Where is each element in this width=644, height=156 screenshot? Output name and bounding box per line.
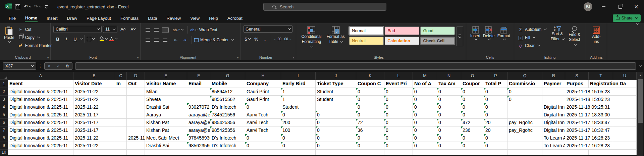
- tab-help[interactable]: Help: [204, 13, 223, 23]
- cell-S9[interactable]: 2025-11-17 16:28:23: [565, 142, 589, 150]
- excel-logo-icon[interactable]: X: [5, 3, 12, 11]
- align-center-button[interactable]: [152, 36, 161, 44]
- cell-E6[interactable]: Kishan Pat: [145, 119, 187, 126]
- cell-F4[interactable]: 93027072: [187, 103, 210, 111]
- cell-T10[interactable]: [589, 150, 613, 155]
- comma-style-button[interactable]: ,: [261, 35, 269, 43]
- cell-K8[interactable]: 0: [356, 134, 384, 142]
- clipboard-dialog-launcher-icon[interactable]: ↘: [46, 56, 49, 59]
- cell-M7[interactable]: 0: [413, 126, 437, 134]
- name-box[interactable]: X37: [3, 62, 36, 70]
- cell-E1[interactable]: Visitor Name: [145, 80, 187, 88]
- column-header-N[interactable]: N: [437, 72, 461, 80]
- fill-color-button[interactable]: [99, 35, 108, 43]
- cell-D5[interactable]: [127, 111, 145, 119]
- cell-S1[interactable]: Purpos: [565, 80, 589, 88]
- cell-Q6[interactable]: pay_Rgohc: [507, 119, 542, 126]
- cell-D4[interactable]: [127, 103, 145, 111]
- search-input[interactable]: Search: [263, 3, 386, 11]
- column-header-H[interactable]: H: [245, 72, 281, 80]
- cell-B10[interactable]: [73, 150, 115, 155]
- tab-page-layout[interactable]: Page Layout: [82, 13, 116, 23]
- middle-align-button[interactable]: [152, 26, 161, 34]
- cell-G5[interactable]: 784521556: [210, 111, 245, 119]
- cell-T1[interactable]: Registration Da: [589, 80, 613, 88]
- column-header-K[interactable]: K: [356, 72, 384, 80]
- collapse-ribbon-button[interactable]: [636, 22, 639, 25]
- cell-D6[interactable]: [127, 119, 145, 126]
- cell-O5[interactable]: 0: [461, 111, 484, 119]
- cell-E3[interactable]: Shveta: [145, 96, 187, 103]
- cell-K2[interactable]: 0: [356, 88, 384, 96]
- cell-P4[interactable]: 0: [484, 103, 507, 111]
- cell-D1[interactable]: Out: [127, 80, 145, 88]
- cell-L2[interactable]: 0: [384, 88, 413, 96]
- addins-button[interactable]: Add-ins: [589, 25, 604, 45]
- font-color-button[interactable]: A: [108, 35, 118, 43]
- cell-N3[interactable]: 0: [437, 96, 461, 103]
- increase-indent-button[interactable]: ⇥: [180, 36, 189, 44]
- cell-U7[interactable]: [613, 126, 637, 134]
- font-size-select[interactable]: 11: [103, 26, 117, 33]
- cell-J3[interactable]: Student: [316, 96, 356, 103]
- cell-M5[interactable]: 0: [413, 111, 437, 119]
- cell-J4[interactable]: [316, 103, 356, 111]
- decrease-font-button[interactable]: A: [129, 25, 138, 33]
- column-header-J[interactable]: J: [316, 72, 356, 80]
- row-header-6[interactable]: 6: [0, 119, 8, 126]
- cell-B4[interactable]: 2025-11-22: [73, 103, 115, 111]
- cell-F10[interactable]: [187, 150, 210, 155]
- cell-M1[interactable]: No of A: [413, 80, 437, 88]
- cell-F8[interactable]: 978458936: [187, 134, 210, 142]
- cell-N9[interactable]: 0: [437, 142, 461, 150]
- cell-G1[interactable]: Mobile: [210, 80, 245, 88]
- cell-E4[interactable]: Drashti Sai: [145, 103, 187, 111]
- sort-filter-button[interactable]: AZ Sort & Filter: [549, 25, 566, 55]
- insert-cells-button[interactable]: Insert: [469, 25, 482, 55]
- cell-K3[interactable]: 0: [356, 96, 384, 103]
- cell-C5[interactable]: [115, 111, 127, 119]
- cell-O7[interactable]: 236: [461, 126, 484, 134]
- cell-G3[interactable]: 985615562: [210, 96, 245, 103]
- column-header-P[interactable]: P: [484, 72, 507, 80]
- cell-L8[interactable]: 0: [384, 134, 413, 142]
- align-right-button[interactable]: [161, 36, 169, 44]
- cell-E7[interactable]: Kishan Pat: [145, 126, 187, 134]
- cell-D2[interactable]: [127, 88, 145, 96]
- row-header-1[interactable]: 1: [0, 80, 8, 88]
- row-header-3[interactable]: 3: [0, 96, 8, 103]
- cell-J8[interactable]: 0: [316, 134, 356, 142]
- accounting-format-button[interactable]: $: [243, 35, 252, 43]
- cell-P5[interactable]: 0: [484, 111, 507, 119]
- cell-Q8[interactable]: [507, 134, 542, 142]
- format-as-table-button[interactable]: Format as Table: [324, 25, 347, 45]
- column-header-O[interactable]: O: [461, 72, 484, 80]
- cell-L1[interactable]: Event Pri: [384, 80, 413, 88]
- cell-B9[interactable]: 2025-11-22: [73, 142, 115, 150]
- cell-R8[interactable]: To Learn A: [542, 134, 565, 142]
- cell-O10[interactable]: [461, 150, 484, 155]
- bottom-align-button[interactable]: [161, 26, 170, 34]
- cell-A2[interactable]: Digital Innovation & 2025-11: [8, 88, 73, 96]
- cell-A8[interactable]: Digital Innovation & 2025-11: [8, 134, 73, 142]
- cell-Q7[interactable]: pay_Rgohc: [507, 126, 542, 134]
- undo-button[interactable]: ↶: [22, 2, 33, 11]
- cell-F3[interactable]: [187, 96, 210, 103]
- cell-Q9[interactable]: [507, 142, 542, 150]
- cell-M3[interactable]: 0: [413, 96, 437, 103]
- cell-E9[interactable]: Drashti Sai: [145, 142, 187, 150]
- cell-K5[interactable]: 0: [356, 111, 384, 119]
- cell-S5[interactable]: 2025-11-17 18:33:00: [565, 111, 589, 119]
- cell-C7[interactable]: [115, 126, 127, 134]
- find-select-button[interactable]: Find & Select: [566, 25, 583, 55]
- cell-E10[interactable]: [145, 150, 187, 155]
- cancel-icon[interactable]: ✕: [48, 64, 51, 68]
- cell-Q5[interactable]: [507, 111, 542, 119]
- cell-L9[interactable]: 0: [384, 142, 413, 150]
- minimize-button[interactable]: [596, 0, 611, 13]
- cell-I7[interactable]: 100: [281, 126, 316, 134]
- row-header-9[interactable]: 9: [0, 142, 8, 150]
- cell-I1[interactable]: Early Bird: [281, 80, 316, 88]
- cell-D8[interactable]: 2025-11: [127, 134, 145, 142]
- cell-B2[interactable]: 2025-11-22: [73, 88, 115, 96]
